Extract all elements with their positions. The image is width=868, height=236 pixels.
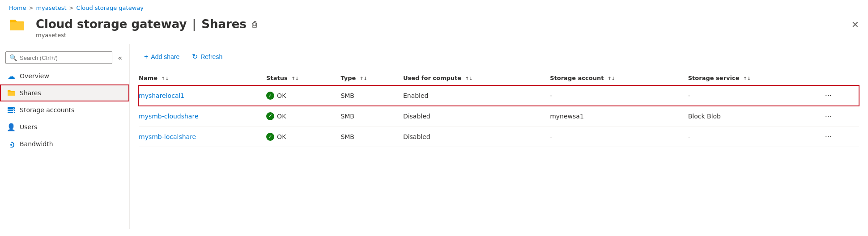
sidebar-item-overview[interactable]: ☁ Overview: [0, 67, 129, 84]
sidebar-item-users-label: Users: [20, 123, 37, 131]
sort-name-icon[interactable]: ↑↓: [162, 76, 169, 81]
cell-storage-service: -: [688, 126, 821, 147]
share-name-link[interactable]: mysharelocal1: [139, 92, 184, 99]
cell-storage-service: -: [688, 85, 821, 106]
sidebar-item-shares-label: Shares: [20, 89, 41, 97]
cell-status: ✓ OK: [266, 126, 340, 147]
breadcrumb-home[interactable]: Home: [9, 4, 26, 11]
cell-storage-account: -: [550, 85, 688, 106]
cell-type: SMB: [340, 126, 403, 147]
close-button[interactable]: ✕: [851, 20, 859, 29]
cell-status: ✓ OK: [266, 85, 340, 106]
cell-storage-account: mynewsa1: [550, 106, 688, 126]
sidebar-item-shares[interactable]: Shares: [0, 84, 129, 101]
svg-point-5: [13, 112, 14, 113]
users-icon: 👤: [7, 123, 15, 131]
status-check-icon: ✓: [266, 112, 274, 120]
more-options-button[interactable]: ···: [821, 90, 835, 101]
storage-icon: [7, 106, 15, 114]
collapse-button[interactable]: «: [116, 52, 124, 64]
sidebar-nav: ☁ Overview Shares: [0, 67, 129, 152]
cell-type: SMB: [340, 85, 403, 106]
status-text: OK: [277, 92, 286, 99]
sidebar-item-users[interactable]: 👤 Users: [0, 118, 129, 135]
sort-storage-service-icon[interactable]: ↑↓: [743, 76, 751, 81]
cell-storage-account: -: [550, 126, 688, 147]
sort-storage-account-icon[interactable]: ↑↓: [608, 76, 615, 81]
content-area: + Add share ↻ Refresh Name ↑↓ S: [130, 44, 868, 229]
breadcrumb-current[interactable]: Cloud storage gateway: [77, 4, 144, 11]
status-text: OK: [277, 113, 286, 120]
sort-compute-icon[interactable]: ↑↓: [465, 76, 473, 81]
page-header: Cloud storage gateway | Shares ⎙ myasete…: [0, 16, 868, 44]
svg-point-7: [10, 144, 12, 146]
main-layout: 🔍 « ☁ Overview Shares: [0, 44, 868, 229]
sort-status-icon[interactable]: ↑↓: [291, 76, 299, 81]
sidebar-item-bandwidth[interactable]: Bandwidth: [0, 135, 129, 152]
col-name: Name ↑↓: [139, 69, 266, 85]
share-name-link[interactable]: mysmb-cloudshare: [139, 113, 199, 120]
sidebar-item-storage-accounts-label: Storage accounts: [20, 106, 74, 114]
sidebar-item-storage-accounts[interactable]: Storage accounts: [0, 101, 129, 118]
cell-used-for-compute: Disabled: [403, 126, 550, 147]
search-icon: 🔍: [9, 54, 17, 61]
sidebar-item-bandwidth-label: Bandwidth: [20, 140, 53, 148]
col-storage-account: Storage account ↑↓: [550, 69, 688, 85]
search-input[interactable]: [20, 55, 108, 61]
col-type: Type ↑↓: [340, 69, 403, 85]
cell-status: ✓ OK: [266, 106, 340, 126]
sidebar: 🔍 « ☁ Overview Shares: [0, 44, 130, 229]
breadcrumb: Home > myasetest > Cloud storage gateway: [0, 0, 868, 16]
cell-used-for-compute: Disabled: [403, 106, 550, 126]
table-row[interactable]: mysmb-localshare ✓ OK SMBDisabled--···: [139, 126, 859, 147]
cell-name: mysharelocal1: [139, 85, 266, 106]
col-used-for-compute: Used for compute ↑↓: [403, 69, 550, 85]
add-share-button[interactable]: + Add share: [139, 50, 185, 63]
shares-table: Name ↑↓ Status ↑↓ Type ↑↓ Used for com: [139, 69, 859, 147]
search-box[interactable]: 🔍: [5, 51, 112, 64]
status-check-icon: ✓: [266, 92, 274, 100]
col-storage-service: Storage service ↑↓: [688, 69, 821, 85]
add-icon: +: [144, 53, 148, 61]
page-title: Cloud storage gateway | Shares ⎙: [36, 17, 257, 31]
header-subtitle: myasetest: [36, 32, 257, 38]
status-text: OK: [277, 133, 286, 140]
table-container: Name ↑↓ Status ↑↓ Type ↑↓ Used for com: [130, 69, 868, 147]
more-options-button[interactable]: ···: [821, 131, 835, 142]
cell-name: mysmb-cloudshare: [139, 106, 266, 126]
share-name-link[interactable]: mysmb-localshare: [139, 133, 196, 140]
toolbar: + Add share ↻ Refresh: [130, 44, 868, 69]
col-status: Status ↑↓: [266, 69, 340, 85]
col-actions: [821, 69, 859, 85]
print-icon[interactable]: ⎙: [252, 20, 257, 29]
refresh-button[interactable]: ↻ Refresh: [187, 50, 228, 63]
cell-name: mysmb-localshare: [139, 126, 266, 147]
table-row[interactable]: mysmb-cloudshare ✓ OK SMBDisabledmynewsa…: [139, 106, 859, 126]
cell-type: SMB: [340, 106, 403, 126]
table-row[interactable]: mysharelocal1 ✓ OK SMBEnabled--···: [139, 85, 859, 106]
folder-icon-sidebar: [7, 89, 15, 97]
folder-icon: [9, 17, 30, 35]
cell-used-for-compute: Enabled: [403, 85, 550, 106]
bandwidth-icon: [7, 140, 15, 148]
refresh-icon: ↻: [192, 52, 198, 61]
header-text: Cloud storage gateway | Shares ⎙ myasete…: [36, 17, 257, 38]
svg-point-4: [13, 110, 14, 111]
table-header-row: Name ↑↓ Status ↑↓ Type ↑↓ Used for com: [139, 69, 859, 85]
cell-storage-service: Block Blob: [688, 106, 821, 126]
status-check-icon: ✓: [266, 133, 274, 141]
sidebar-item-overview-label: Overview: [20, 72, 49, 80]
search-area: 🔍 «: [0, 48, 129, 67]
sort-type-icon[interactable]: ↑↓: [360, 76, 367, 81]
more-options-button[interactable]: ···: [821, 110, 835, 122]
svg-point-3: [13, 108, 14, 109]
breadcrumb-myasetest[interactable]: myasetest: [36, 4, 66, 11]
cloud-icon: ☁: [7, 72, 15, 80]
